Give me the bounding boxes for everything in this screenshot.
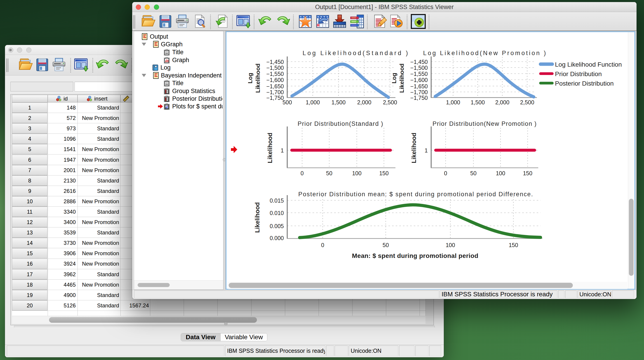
svg-text:0: 0: [321, 242, 324, 248]
svg-text:Posterior Distribution mean: $: Posterior Distribution mean: $ spent dur…: [298, 191, 533, 198]
svg-text:−1,750: −1,750: [266, 95, 284, 101]
svg-text:100: 100: [496, 170, 505, 176]
svg-text:1,500: 1,500: [332, 99, 346, 105]
svg-text:Log Likelihood Function: Log Likelihood Function: [555, 61, 622, 68]
svg-text:−1,700: −1,700: [410, 89, 428, 95]
svg-text:−1,600: −1,600: [410, 77, 428, 83]
svg-text:50: 50: [470, 170, 476, 176]
svg-text:−1,750: −1,750: [410, 95, 428, 101]
svg-text:Likelihood: Likelihood: [254, 63, 261, 93]
svg-text:Posterior Distribution: Posterior Distribution: [555, 80, 614, 87]
svg-text:0.010: 0.010: [270, 210, 284, 216]
svg-text:150: 150: [509, 242, 518, 248]
svg-text:0: 0: [300, 170, 304, 176]
svg-text:−1,600: −1,600: [266, 77, 284, 83]
svg-text:−1,500: −1,500: [410, 65, 428, 71]
svg-text:−1,550: −1,550: [410, 71, 428, 77]
svg-text:1: 1: [281, 147, 284, 154]
svg-text:−1,550: −1,550: [266, 71, 284, 77]
svg-text:Likelihood: Likelihood: [267, 133, 274, 163]
svg-text:Log Likelihood(Standard ): Log Likelihood(Standard ): [302, 50, 408, 56]
svg-text:150: 150: [523, 170, 532, 176]
svg-text:Log Likelihood(New Promotion ): Log Likelihood(New Promotion ): [423, 50, 546, 56]
svg-text:2,500: 2,500: [383, 99, 397, 105]
svg-text:−1,650: −1,650: [410, 83, 428, 89]
svg-text:Log: Log: [247, 73, 254, 83]
svg-text:150: 150: [379, 170, 389, 176]
svg-text:500: 500: [282, 99, 292, 105]
svg-text:Prior Distribution(New Promoti: Prior Distribution(New Promotion ): [432, 120, 537, 127]
svg-text:0.015: 0.015: [270, 197, 284, 204]
svg-text:Likelihood: Likelihood: [398, 63, 405, 93]
svg-text:−1,450: −1,450: [266, 59, 284, 65]
svg-text:2,500: 2,500: [520, 99, 534, 105]
svg-text:Likelihood: Likelihood: [410, 133, 417, 163]
svg-text:50: 50: [326, 170, 332, 176]
svg-text:2,000: 2,000: [357, 99, 372, 105]
svg-text:1,500: 1,500: [471, 99, 485, 105]
svg-text:0.005: 0.005: [270, 223, 284, 229]
svg-text:−1,650: −1,650: [266, 83, 284, 89]
svg-text:−1,700: −1,700: [266, 89, 284, 95]
svg-text:100: 100: [446, 242, 455, 248]
svg-text:100: 100: [352, 170, 362, 176]
svg-text:0: 0: [444, 170, 447, 176]
svg-text:1,000: 1,000: [446, 99, 460, 105]
svg-text:1,000: 1,000: [306, 99, 320, 105]
svg-text:0.000: 0.000: [270, 235, 284, 241]
svg-text:Prior Distribution: Prior Distribution: [555, 70, 602, 77]
svg-text:Prior Distribution(Standard ): Prior Distribution(Standard ): [298, 120, 384, 127]
svg-text:Log: Log: [391, 73, 398, 83]
svg-text:2,000: 2,000: [495, 99, 510, 105]
svg-text:50: 50: [382, 242, 389, 248]
svg-text:−1,450: −1,450: [410, 59, 428, 65]
svg-text:Mean: $ spent during promotion: Mean: $ spent during promotional period: [352, 252, 478, 259]
svg-text:1: 1: [424, 147, 428, 154]
svg-text:−1,500: −1,500: [266, 65, 284, 71]
svg-text:Likelihood: Likelihood: [254, 202, 261, 233]
